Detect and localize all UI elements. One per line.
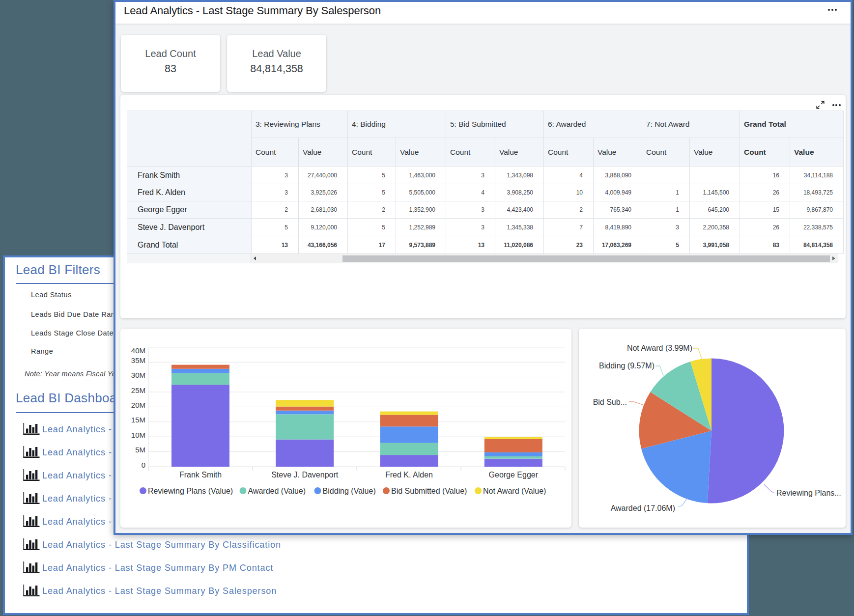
svg-text:35M: 35M [131, 356, 145, 364]
svg-text:Fred K. Alden: Fred K. Alden [385, 471, 433, 479]
svg-text:30M: 30M [131, 371, 145, 379]
svg-text:George Egger: George Egger [489, 471, 539, 479]
svg-text:20M: 20M [131, 401, 145, 409]
svg-text:Steve J. Davenport: Steve J. Davenport [271, 471, 339, 479]
svg-text:Awarded (Value): Awarded (Value) [248, 487, 306, 495]
svg-text:Not Award (Value): Not Award (Value) [483, 487, 546, 495]
svg-text:15M: 15M [131, 416, 145, 424]
svg-text:10M: 10M [131, 431, 145, 439]
svg-text:Frank Smith: Frank Smith [179, 471, 222, 479]
svg-text:Bid Submitted (Value): Bid Submitted (Value) [391, 487, 467, 495]
svg-text:Bidding (Value): Bidding (Value) [323, 487, 376, 495]
svg-text:Not Award (3.99M): Not Award (3.99M) [627, 344, 692, 352]
svg-text:25M: 25M [131, 386, 145, 394]
svg-text:Awarded (17.06M): Awarded (17.06M) [611, 504, 675, 512]
svg-text:0: 0 [142, 461, 145, 469]
svg-text:40M: 40M [131, 346, 145, 355]
svg-text:Reviewing Plans (Value): Reviewing Plans (Value) [148, 487, 233, 495]
svg-text:5M: 5M [135, 446, 145, 454]
svg-text:Reviewing Plans...: Reviewing Plans... [776, 489, 841, 497]
svg-text:Bid Sub...: Bid Sub... [593, 398, 627, 406]
svg-text:Bidding (9.57M): Bidding (9.57M) [599, 362, 655, 370]
